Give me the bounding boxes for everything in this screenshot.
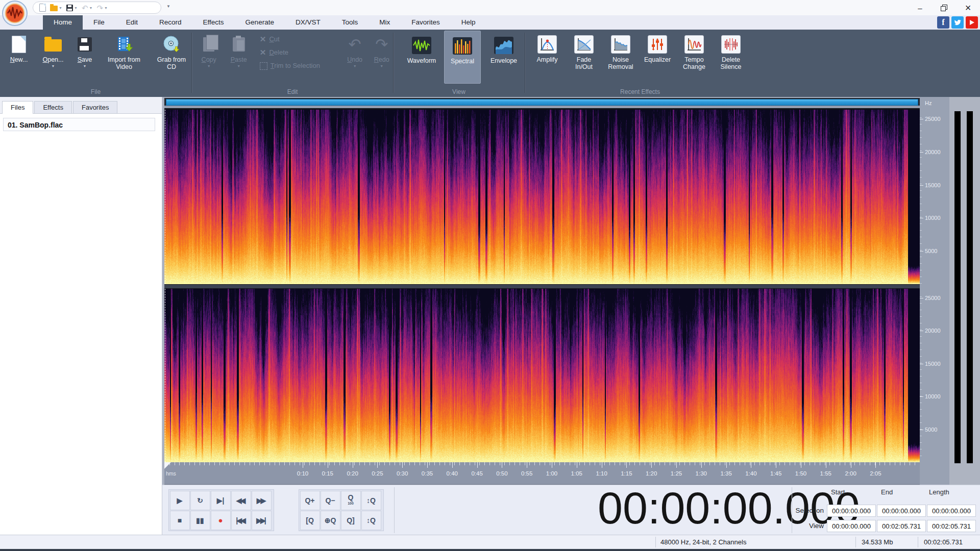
quick-access-toolbar: ▼ ▼ ↶▼ ↷▼ <box>33 2 161 14</box>
frequency-label: 20000 <box>925 328 941 334</box>
panel-tab-effects[interactable]: Effects <box>34 101 72 114</box>
spectrogram-channel-1[interactable] <box>164 110 920 284</box>
spectral-icon <box>453 35 472 57</box>
qat-undo-button[interactable]: ↶▼ <box>81 3 94 13</box>
menu-tab-generate[interactable]: Generate <box>235 15 285 30</box>
horizontal-scrollbar[interactable] <box>164 98 920 106</box>
new-button[interactable]: New... <box>5 30 33 63</box>
playhead-cursor <box>165 289 165 462</box>
save-button[interactable]: Save ▼ <box>74 30 96 68</box>
zoom-vertical-out-button[interactable]: ↕Q <box>361 511 381 530</box>
zoom-selection-button[interactable]: ⊕Q <box>321 511 340 530</box>
equalizer-button[interactable]: Equalizer <box>640 30 675 63</box>
undo-icon: ↶ <box>82 4 88 12</box>
close-button[interactable]: × <box>956 0 980 15</box>
twitter-icon[interactable] <box>951 16 964 29</box>
envelope-view-button[interactable]: Envelope <box>483 31 525 64</box>
rewind-button[interactable]: ◀◀ <box>231 491 251 510</box>
selection-length-field[interactable]: 00:00:00.000 <box>927 505 976 517</box>
file-list-item[interactable]: 01. SamBop.flac <box>3 118 155 131</box>
play-icon <box>970 20 974 25</box>
menu-tab-record[interactable]: Record <box>149 15 192 30</box>
menu-tab-mix[interactable]: Mix <box>369 15 401 30</box>
tempo-change-button[interactable]: Tempo Change <box>677 30 712 70</box>
timeline-label: 0:40 <box>447 470 458 477</box>
frequency-label: 5000 <box>925 427 937 433</box>
timeline-label: 1:50 <box>795 470 806 477</box>
import-video-label: Import from Video <box>106 56 142 70</box>
timeline-label: 0:30 <box>397 470 408 477</box>
qat-redo-button[interactable]: ↷▼ <box>95 3 109 13</box>
facebook-icon[interactable]: f <box>937 16 949 29</box>
zoom-selection-end-button[interactable]: Q] <box>341 511 361 530</box>
go-to-end-button[interactable]: ▶▶| <box>252 511 272 530</box>
zoom-selection-start-button[interactable]: [Q <box>300 511 320 530</box>
fade-icon <box>574 34 594 55</box>
frequency-tick <box>920 364 923 364</box>
menu-tab-file[interactable]: File <box>83 15 115 30</box>
minimize-button[interactable]: – <box>908 0 932 15</box>
fast-forward-button[interactable]: ▶▶ <box>252 491 272 510</box>
app-window: ▼ ▼ ↶▼ ↷▼ ▼ – × HomeFileEditRecordEffect… <box>0 0 980 551</box>
timeline-tick <box>427 462 428 468</box>
zoom-in-button[interactable]: Q+ <box>300 491 320 510</box>
zoom-vertical-in-button[interactable]: ↕Q <box>361 491 381 510</box>
play-button[interactable]: ▶ <box>170 491 190 510</box>
record-button[interactable]: ● <box>211 511 231 530</box>
view-end-field[interactable]: 00:02:05.731 <box>877 520 926 532</box>
open-button[interactable]: Open... ▼ <box>37 30 69 68</box>
panel-tab-favorites[interactable]: Favorites <box>73 101 117 114</box>
pause-button[interactable]: ▮▮ <box>190 511 210 530</box>
time-ruler[interactable]: hms 0:100:150:200:250:300:350:400:450:50… <box>164 462 920 485</box>
file-list: 01. SamBop.flac <box>0 113 162 535</box>
fade-in-out-button[interactable]: Fade In/Out <box>567 30 601 70</box>
selection-start-field[interactable]: 00:00:00.000 <box>827 505 876 517</box>
stop-button[interactable]: ■ <box>170 511 190 530</box>
spectral-view-button[interactable]: Spectral <box>444 31 481 84</box>
menu-tab-tools[interactable]: Tools <box>331 15 369 30</box>
qat-save-button[interactable]: ▼ <box>65 3 79 13</box>
loop-button[interactable]: ↻ <box>190 491 210 510</box>
waveform-view-button[interactable]: Waveform <box>401 31 442 64</box>
scrollbar-thumb[interactable] <box>166 99 918 106</box>
selection-end-field[interactable]: 00:00:00.000 <box>877 505 926 517</box>
qat-open-button[interactable]: ▼ <box>49 3 63 13</box>
timeline-label: 1:10 <box>596 470 607 477</box>
menu-tab-home[interactable]: Home <box>43 15 83 30</box>
timeline-tick <box>875 462 876 468</box>
spectrogram-channel-2[interactable] <box>164 289 920 462</box>
timeline-tick <box>377 462 378 468</box>
timeline-tick <box>626 462 627 468</box>
ribbon-group-view-label: View <box>393 88 525 95</box>
frequency-minor-ticks <box>920 117 922 284</box>
amplify-button[interactable]: Amplify <box>530 30 565 63</box>
cut-label: Cut <box>269 36 279 43</box>
grab-from-cd-button[interactable]: Grab from CD <box>152 30 191 70</box>
menu-tab-favorites[interactable]: Favorites <box>401 15 451 30</box>
cd-icon <box>162 34 181 55</box>
view-length-field[interactable]: 00:02:05.731 <box>927 520 976 532</box>
noise-removal-button[interactable]: Noise Removal <box>603 30 638 70</box>
panel-tab-files[interactable]: Files <box>2 101 33 114</box>
qat-new-button[interactable] <box>38 3 47 13</box>
go-to-start-button[interactable]: |◀◀ <box>231 511 251 530</box>
import-from-video-button[interactable]: Import from Video <box>100 30 148 70</box>
tempo-change-label: Tempo Change <box>679 56 709 70</box>
youtube-icon[interactable] <box>966 16 978 29</box>
timeline-tick <box>651 462 652 468</box>
menu-tab-help[interactable]: Help <box>451 15 486 30</box>
play-to-end-button[interactable]: ▶| <box>211 491 231 510</box>
menu-tab-edit[interactable]: Edit <box>115 15 149 30</box>
timeline-tick <box>577 462 577 468</box>
maximize-button[interactable] <box>932 0 956 15</box>
zoom-out-button[interactable]: Q− <box>321 491 340 510</box>
timeline-tick <box>726 462 727 468</box>
zoom-100-button[interactable]: Q100 <box>341 491 361 510</box>
view-start-field[interactable]: 00:00:00.000 <box>827 520 876 532</box>
menu-tab-dx-vst[interactable]: DX/VST <box>285 15 331 30</box>
menu-tab-effects[interactable]: Effects <box>192 15 235 30</box>
delete-silence-button[interactable]: Delete Silence <box>714 30 748 70</box>
qat-customize-button[interactable]: ▼ <box>166 4 170 9</box>
cut-icon: ✕ <box>260 35 266 44</box>
divider <box>394 487 395 533</box>
